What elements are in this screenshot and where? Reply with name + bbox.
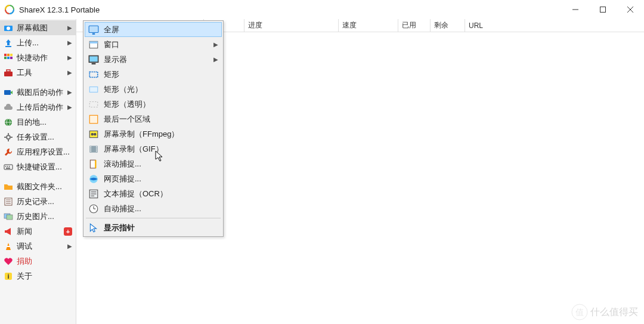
sidebar-item-9[interactable]: 应用程序设置... (0, 144, 76, 159)
svg-rect-60 (96, 146, 97, 147)
submenu-item-7[interactable]: 屏幕录制（FFmpeg） (85, 126, 222, 141)
submenu-item-9[interactable]: 滚动捕捉... (85, 156, 222, 171)
chevron-right-icon: ▶ (67, 24, 72, 31)
submenu-item-label: 自动捕捉... (104, 203, 218, 214)
sidebar-item-5[interactable]: 截图后的动作▶ (0, 85, 76, 100)
submenu-item-12[interactable]: 自动捕捉... (85, 201, 222, 216)
cloud-icon (4, 103, 13, 112)
svg-rect-47 (89, 56, 98, 61)
sidebar-item-label: 屏幕截图 (17, 23, 65, 33)
submenu-item-14[interactable]: 显示指针 (85, 220, 222, 235)
svg-rect-12 (7, 54, 10, 56)
keyboard-icon (4, 162, 13, 172)
sidebar-item-13[interactable]: 历史记录... (0, 194, 76, 209)
sidebar-item-17[interactable]: 捐助 (0, 254, 76, 269)
svg-rect-11 (4, 54, 7, 56)
history-icon (4, 197, 13, 206)
column-header[interactable]: URL (465, 19, 644, 32)
sidebar-item-label: 截图后的动作 (17, 87, 65, 98)
svg-point-9 (7, 26, 10, 30)
submenu-item-label: 最后一个区域 (104, 114, 218, 125)
info-icon: i (4, 271, 13, 281)
sidebar-item-0[interactable]: 屏幕截图▶ (0, 20, 76, 35)
pointer-icon (88, 223, 99, 233)
submenu-item-label: 滚动捕捉... (104, 159, 218, 169)
svg-rect-62 (96, 150, 97, 152)
submenu-item-5[interactable]: 矩形（透明） (85, 97, 222, 112)
svg-point-23 (7, 135, 10, 139)
submenu-item-2[interactable]: 显示器▶ (85, 52, 222, 67)
window-icon (88, 39, 99, 50)
sidebar-item-14[interactable]: 历史图片... (0, 209, 76, 224)
submenu-item-1[interactable]: 窗口▶ (85, 37, 222, 52)
column-header[interactable]: 已用 (398, 19, 431, 32)
window-title: ShareX 12.3.1 Portable (19, 5, 562, 14)
sidebar-item-1[interactable]: 上传...▶ (0, 35, 76, 50)
svg-point-55 (94, 132, 97, 135)
svg-rect-51 (89, 101, 98, 107)
minimize-button[interactable] (562, 0, 589, 19)
column-header[interactable]: 进度 (244, 19, 339, 32)
sidebar-item-label: 工具 (17, 67, 65, 78)
submenu-item-0[interactable]: 全屏 (85, 22, 222, 37)
chevron-right-icon: ▶ (67, 243, 72, 249)
monitor-icon (88, 54, 99, 65)
column-header[interactable]: 剩余 (431, 19, 465, 32)
submenu-item-3[interactable]: 矩形 (85, 67, 222, 82)
svg-text:值: 值 (575, 307, 584, 317)
submenu-item-10[interactable]: 网页捕捉... (85, 171, 222, 186)
sidebar-item-label: 捐助 (17, 256, 72, 267)
chevron-right-icon: ▶ (67, 89, 72, 95)
submenu-item-label: 文本捕捉（OCR） (104, 189, 218, 199)
column-header[interactable]: 速度 (339, 19, 398, 32)
sidebar-item-8[interactable]: 任务设置... (0, 129, 76, 144)
sidebar-item-label: 快捷动作 (17, 53, 65, 63)
sidebar-item-6[interactable]: 上传后的动作▶ (0, 100, 76, 115)
maximize-button[interactable] (589, 0, 617, 19)
submenu-item-label: 屏幕录制（GIF） (104, 144, 218, 155)
svg-rect-28 (4, 165, 13, 169)
sidebar-item-label: 历史记录... (17, 196, 72, 207)
svg-rect-14 (4, 57, 7, 59)
text-icon (88, 189, 99, 199)
sidebar-item-12[interactable]: 截图文件夹... (0, 179, 76, 194)
sidebar-item-10[interactable]: 快捷键设置... (0, 159, 76, 174)
watermark-text: 什么值得买 (590, 306, 638, 319)
chevron-right-icon: ▶ (67, 69, 72, 76)
submenu-item-4[interactable]: 矩形（光） (85, 82, 222, 97)
submenu-item-label: 窗口 (104, 39, 213, 50)
submenu-item-label: 网页捕捉... (104, 174, 218, 184)
close-button[interactable] (617, 0, 644, 19)
watermark-icon: 值 (571, 304, 588, 320)
svg-rect-42 (89, 26, 98, 32)
submenu-item-8[interactable]: 屏幕录制（GIF） (85, 141, 222, 156)
sidebar-item-18[interactable]: i关于 (0, 269, 76, 283)
sidebar-item-2[interactable]: 快捷动作▶ (0, 50, 76, 65)
chevron-right-icon: ▶ (67, 39, 72, 46)
sidebar-item-label: 历史图片... (17, 211, 72, 222)
gear-icon (4, 132, 13, 142)
sidebar-item-16[interactable]: 调试▶ (0, 239, 76, 254)
capture-submenu: 全屏窗口▶显示器▶矩形矩形（光）矩形（透明）最后一个区域屏幕录制（FFmpeg）… (83, 20, 224, 237)
submenu-item-6[interactable]: 最后一个区域 (85, 112, 222, 126)
megaphone-icon (4, 227, 13, 236)
sidebar-item-15[interactable]: 新闻+ (0, 224, 76, 239)
sidebar-item-label: 截图文件夹... (17, 181, 72, 192)
svg-rect-59 (90, 150, 91, 152)
svg-rect-45 (89, 41, 98, 43)
chevron-right-icon: ▶ (213, 41, 218, 48)
submenu-item-label: 全屏 (104, 24, 218, 35)
sidebar-item-7[interactable]: 目的地... (0, 115, 76, 129)
rect-light-icon (88, 84, 99, 95)
sidebar-item-label: 上传... (17, 38, 65, 48)
svg-rect-30 (7, 166, 8, 167)
submenu-item-11[interactable]: 文本捕捉（OCR） (85, 186, 222, 201)
svg-rect-57 (90, 146, 91, 147)
heart-icon (4, 257, 13, 266)
chevron-right-icon: ▶ (67, 54, 72, 61)
svg-rect-61 (96, 148, 97, 149)
sidebar-item-3[interactable]: 工具▶ (0, 65, 76, 80)
sidebar-item-label: 任务设置... (17, 132, 72, 143)
submenu-item-label: 显示指针 (104, 223, 218, 233)
upload-icon (4, 38, 13, 48)
